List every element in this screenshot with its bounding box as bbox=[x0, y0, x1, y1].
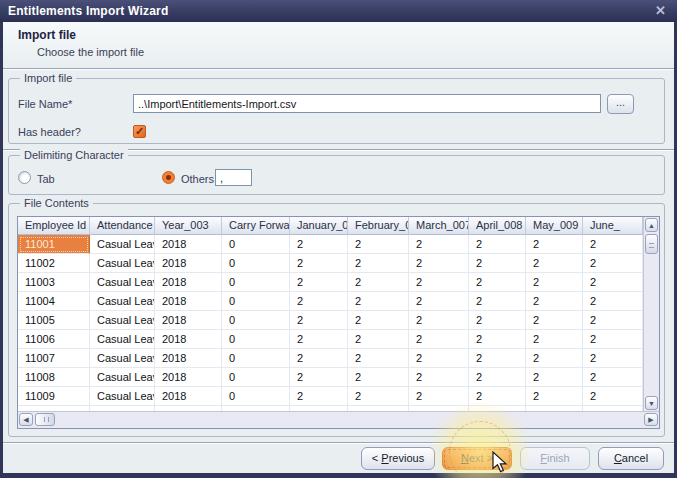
grid-cell[interactable]: 2 bbox=[409, 330, 469, 349]
grid-cell[interactable]: 2 bbox=[290, 292, 348, 311]
grid-cell[interactable]: 2 bbox=[409, 349, 469, 368]
table-row[interactable]: 11001Casual Leav20180222222 bbox=[18, 235, 643, 254]
has-header-checkbox[interactable]: ✓ bbox=[133, 125, 146, 138]
grid-cell[interactable]: Casual Leav bbox=[90, 387, 155, 406]
finish-button[interactable]: Finish bbox=[520, 447, 590, 470]
grid-cell[interactable]: Casual Leav bbox=[90, 292, 155, 311]
grid-cell[interactable]: 0 bbox=[222, 292, 290, 311]
grid-cell[interactable]: 2 bbox=[409, 273, 469, 292]
grid-cell[interactable]: 2 bbox=[526, 273, 583, 292]
vertical-scroll-thumb[interactable] bbox=[645, 234, 658, 254]
table-row[interactable]: 11009Casual Leav20180222222 bbox=[18, 387, 643, 406]
table-row[interactable]: 11005Casual Leav20180222222 bbox=[18, 311, 643, 330]
grid-cell[interactable]: 2 bbox=[469, 330, 526, 349]
table-row[interactable]: 11003Casual Leav20180222222 bbox=[18, 273, 643, 292]
grid-cell[interactable]: 2 bbox=[583, 387, 643, 406]
column-header[interactable]: May_009 bbox=[526, 217, 583, 235]
column-header[interactable]: Attendance bbox=[90, 217, 155, 235]
table-row[interactable]: 11006Casual Leav20180222222 bbox=[18, 330, 643, 349]
horizontal-scrollbar[interactable]: ◀ ▶ bbox=[18, 411, 659, 428]
grid-cell[interactable]: 2 bbox=[526, 235, 583, 254]
column-header[interactable]: Employee Id bbox=[18, 217, 90, 235]
table-row[interactable]: 11008Casual Leav20180222222 bbox=[18, 368, 643, 387]
tab-radio[interactable] bbox=[18, 171, 31, 184]
others-radio[interactable] bbox=[162, 171, 175, 184]
grid-cell[interactable]: 2 bbox=[348, 273, 409, 292]
grid-cell[interactable]: 2 bbox=[469, 368, 526, 387]
scroll-left-icon[interactable]: ◀ bbox=[19, 413, 33, 426]
grid-cell[interactable]: 2 bbox=[526, 254, 583, 273]
grid-cell[interactable]: Casual Leav bbox=[90, 368, 155, 387]
grid-cell[interactable]: 0 bbox=[222, 349, 290, 368]
grid-cell[interactable]: 2 bbox=[290, 273, 348, 292]
close-icon[interactable]: ✕ bbox=[655, 3, 666, 18]
grid-cell[interactable]: 2018 bbox=[155, 273, 222, 292]
scroll-right-icon[interactable]: ▶ bbox=[644, 413, 658, 426]
grid-cell[interactable]: 0 bbox=[222, 254, 290, 273]
grid-cell[interactable]: 2 bbox=[348, 292, 409, 311]
grid-cell[interactable]: 2 bbox=[526, 349, 583, 368]
grid-cell[interactable]: 2 bbox=[526, 368, 583, 387]
grid-cell[interactable]: 2 bbox=[290, 349, 348, 368]
column-header[interactable]: January_00 bbox=[290, 217, 348, 235]
grid-cell[interactable]: 2 bbox=[409, 368, 469, 387]
grid-cell[interactable]: 2 bbox=[583, 349, 643, 368]
table-row[interactable]: 11002Casual Leav20180222222 bbox=[18, 254, 643, 273]
grid-cell[interactable]: 2 bbox=[469, 311, 526, 330]
column-header[interactable]: Year_003 bbox=[155, 217, 222, 235]
grid-cell[interactable]: 2 bbox=[583, 254, 643, 273]
grid-cell[interactable]: 2018 bbox=[155, 254, 222, 273]
grid-cell[interactable]: 0 bbox=[222, 273, 290, 292]
grid-cell[interactable]: 2 bbox=[409, 292, 469, 311]
grid-cell[interactable]: 2 bbox=[348, 387, 409, 406]
grid-cell[interactable]: 2 bbox=[583, 368, 643, 387]
grid-cell[interactable]: 2 bbox=[290, 311, 348, 330]
grid-cell[interactable]: 11005 bbox=[18, 311, 90, 330]
grid-cell[interactable]: 2018 bbox=[155, 330, 222, 349]
grid-cell[interactable]: 2 bbox=[469, 349, 526, 368]
grid-cell[interactable]: 2 bbox=[583, 311, 643, 330]
grid-cell[interactable]: 2 bbox=[469, 254, 526, 273]
grid-cell[interactable]: 0 bbox=[222, 387, 290, 406]
grid-cell[interactable]: 2018 bbox=[155, 387, 222, 406]
grid-cell[interactable]: Casual Leav bbox=[90, 330, 155, 349]
grid-cell[interactable]: 11002 bbox=[18, 254, 90, 273]
grid-cell[interactable]: 11009 bbox=[18, 387, 90, 406]
grid-cell[interactable]: 2 bbox=[348, 330, 409, 349]
grid-cell[interactable]: 0 bbox=[222, 311, 290, 330]
grid-cell[interactable]: 2 bbox=[409, 387, 469, 406]
column-header[interactable]: June_ bbox=[583, 217, 643, 235]
grid-cell[interactable]: 2 bbox=[348, 368, 409, 387]
column-header[interactable]: February_00 bbox=[348, 217, 409, 235]
grid-cell[interactable]: 2018 bbox=[155, 349, 222, 368]
grid-cell[interactable]: 2 bbox=[526, 292, 583, 311]
column-header[interactable]: Carry Forwa bbox=[222, 217, 290, 235]
grid-cell[interactable]: 2 bbox=[409, 235, 469, 254]
grid-cell[interactable]: 11007 bbox=[18, 349, 90, 368]
file-name-input[interactable] bbox=[133, 94, 601, 113]
grid-cell[interactable]: 2018 bbox=[155, 311, 222, 330]
grid-cell[interactable]: 2 bbox=[526, 330, 583, 349]
scroll-down-icon[interactable]: ▼ bbox=[645, 396, 658, 410]
grid-cell[interactable]: 2018 bbox=[155, 292, 222, 311]
grid-cell[interactable]: 2018 bbox=[155, 368, 222, 387]
grid-cell[interactable]: 2 bbox=[348, 349, 409, 368]
grid-cell[interactable]: 2 bbox=[348, 254, 409, 273]
grid-cell[interactable]: 2 bbox=[290, 235, 348, 254]
delimiter-input[interactable] bbox=[215, 169, 252, 186]
cancel-button[interactable]: Cancel bbox=[598, 447, 664, 470]
column-header[interactable]: March_007 bbox=[409, 217, 469, 235]
grid-cell[interactable]: 2 bbox=[290, 368, 348, 387]
grid-cell[interactable]: 2 bbox=[348, 311, 409, 330]
browse-button[interactable]: ... bbox=[607, 94, 634, 114]
grid-cell[interactable]: Casual Leav bbox=[90, 235, 155, 254]
grid-cell[interactable]: Casual Leav bbox=[90, 311, 155, 330]
grid-cell[interactable]: 2 bbox=[469, 273, 526, 292]
table-row[interactable]: 11007Casual Leav20180222222 bbox=[18, 349, 643, 368]
grid-cell[interactable]: Casual Leav bbox=[90, 273, 155, 292]
grid-cell[interactable]: 2 bbox=[469, 292, 526, 311]
grid-cell[interactable]: Casual Leav bbox=[90, 349, 155, 368]
grid-cell[interactable]: 2 bbox=[583, 235, 643, 254]
column-header[interactable]: April_008 bbox=[469, 217, 526, 235]
grid-cell[interactable]: 2 bbox=[409, 254, 469, 273]
